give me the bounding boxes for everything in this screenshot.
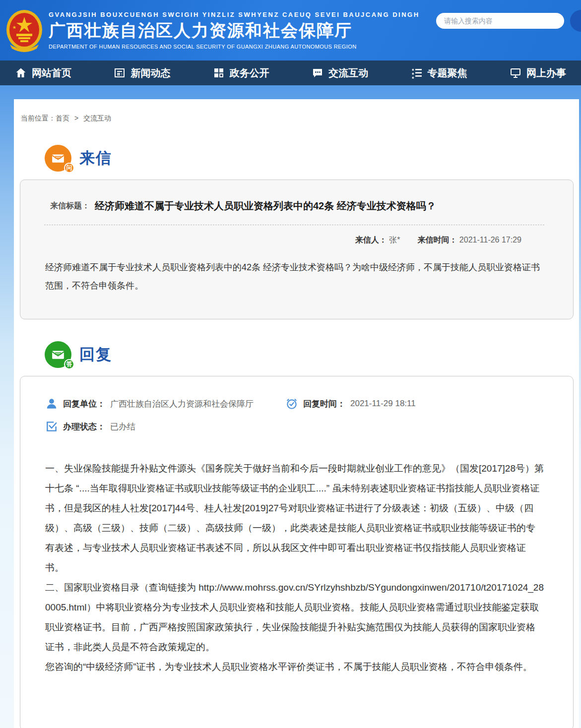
- nav-item-online-services[interactable]: 网上办事: [510, 66, 566, 80]
- nav-item-home[interactable]: 网站首页: [15, 66, 71, 80]
- reply-paragraph: 二、国家职业资格目录（查询链接为 http://www.mohrss.gov.c…: [45, 578, 544, 657]
- letter-envelope-icon: 问: [45, 145, 71, 172]
- breadcrumb-home-link[interactable]: 首页: [56, 114, 69, 122]
- letter-meta: 来信人： 张* 来信时间： 2021-11-26 17:29: [44, 225, 544, 245]
- grid-icon: [213, 67, 225, 79]
- reply-section-head: 答 回复: [45, 341, 579, 368]
- national-emblem-logo: [5, 8, 44, 54]
- reply-unit-label: 回复单位：: [63, 398, 105, 410]
- nav-item-label: 专题聚焦: [428, 66, 467, 80]
- site-title-english: DEPARTMENT OF HUMAN RESOURCES AND SOCIAL…: [49, 44, 420, 50]
- clock-icon: [285, 397, 298, 410]
- nav-item-label: 交流互动: [328, 66, 368, 80]
- monitor-icon: [510, 67, 521, 79]
- site-title: 广西壮族自治区人力资源和社会保障厅: [49, 21, 420, 40]
- nav-item-topics[interactable]: 专题聚焦: [411, 66, 467, 80]
- reply-paragraph: 一、失业保险技能提升补贴文件源头《国务院关于做好当前和今后一段时期就业创业工作的…: [45, 459, 544, 578]
- nav-item-gov-info[interactable]: 政务公开: [213, 66, 269, 80]
- letter-content: 经济师难道不属于专业技术人员职业资格列表中的42条 经济专业技术资格吗？为啥中级…: [45, 258, 544, 295]
- main-nav: 网站首页 新闻动态 政务公开 交流互动 专题聚焦 网上办事: [0, 61, 581, 85]
- site-title-zhuang: GVANGJSIH BOUXCUENGH SWCIGIH YINZLIZ SWH…: [49, 11, 420, 18]
- search-button[interactable]: [570, 10, 581, 32]
- nav-item-news[interactable]: 新闻动态: [114, 66, 170, 80]
- person-icon: [45, 397, 58, 410]
- reply-answer-badge: 答: [64, 359, 74, 369]
- breadcrumb-separator: >: [74, 114, 78, 122]
- reply-unit-group: 回复单位： 广西壮族自治区人力资源和社会保障厅: [45, 397, 254, 410]
- reply-unit: 广西壮族自治区人力资源和社会保障厅: [110, 398, 254, 410]
- nav-item-label: 新闻动态: [130, 66, 170, 80]
- letter-title: 经济师难道不属于专业技术人员职业资格列表中的42条 经济专业技术资格吗？: [95, 199, 436, 213]
- reply-status: 已办结: [110, 421, 135, 432]
- site-title-block: GVANGJSIH BOUXCUENGH SWCIGIH YINZLIZ SWH…: [49, 11, 420, 49]
- breadcrumb-current-link[interactable]: 交流互动: [83, 114, 111, 122]
- reply-section-title: 回复: [79, 344, 112, 365]
- reply-meta-row-1: 回复单位： 广西壮族自治区人力资源和社会保障厅 回复时间： 2021-11-29…: [44, 397, 544, 410]
- letter-section-title: 来信: [79, 148, 112, 169]
- nav-item-label: 网站首页: [32, 66, 71, 80]
- search-input[interactable]: [436, 13, 564, 29]
- list-icon: [411, 67, 423, 79]
- home-icon: [15, 67, 27, 79]
- nav-item-label: 政务公开: [230, 66, 269, 80]
- breadcrumb-label: 当前位置：: [21, 114, 56, 122]
- letter-title-row: 来信标题： 经济师难道不属于专业技术人员职业资格列表中的42条 经济专业技术资格…: [44, 198, 544, 225]
- nav-item-interaction[interactable]: 交流互动: [312, 66, 368, 80]
- reply-meta-row-2: 办理状态： 已办结: [44, 420, 544, 433]
- site-header: GVANGJSIH BOUXCUENGH SWCIGIH YINZLIZ SWH…: [0, 0, 581, 61]
- header-search: [436, 10, 572, 32]
- reply-time: 2021-11-29 18:11: [350, 399, 416, 409]
- letter-sender-label: 来信人：: [355, 236, 387, 244]
- breadcrumb: 当前位置：首页 > 交流互动: [14, 113, 579, 123]
- letter-title-label: 来信标题：: [50, 199, 90, 211]
- nav-item-label: 网上办事: [526, 66, 566, 80]
- reply-time-group: 回复时间： 2021-11-29 18:11: [285, 397, 416, 410]
- letter-question-badge: 问: [64, 163, 74, 173]
- reply-time-label: 回复时间：: [303, 398, 345, 410]
- reply-paragraph: 您咨询的“中级经济师”证书，为专业技术人员职业资格水平评价类证书，不属于技能人员…: [45, 657, 544, 677]
- letter-sender: 张*: [389, 236, 400, 244]
- content-panel: 当前位置：首页 > 交流互动 问 来信 来信标题： 经济师难道不属于专业技术人员…: [14, 99, 579, 728]
- reply-body: 一、失业保险技能提升补贴文件源头《国务院关于做好当前和今后一段时期就业创业工作的…: [44, 459, 544, 677]
- chat-icon: [312, 67, 323, 79]
- letter-section-head: 问 来信: [45, 145, 579, 172]
- reply-envelope-icon: 答: [45, 341, 71, 368]
- checkbox-icon: [45, 420, 58, 433]
- letter-time: 2021-11-26 17:29: [459, 236, 521, 244]
- letter-card: 来信标题： 经济师难道不属于专业技术人员职业资格列表中的42条 经济专业技术资格…: [20, 180, 574, 319]
- news-icon: [114, 67, 126, 79]
- letter-time-label: 来信时间：: [417, 236, 457, 244]
- reply-status-label: 办理状态：: [63, 421, 105, 432]
- reply-status-group: 办理状态： 已办结: [45, 420, 135, 433]
- reply-card: 回复单位： 广西壮族自治区人力资源和社会保障厅 回复时间： 2021-11-29…: [20, 376, 574, 728]
